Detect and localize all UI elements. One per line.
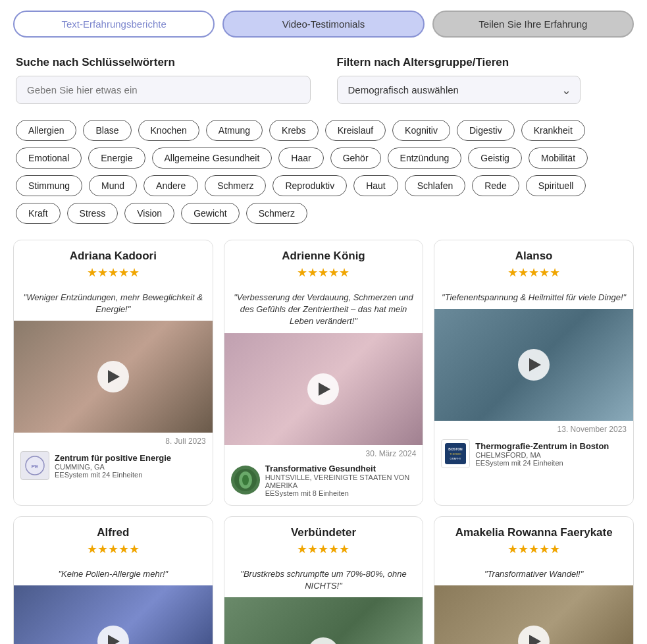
card-name: Alfred xyxy=(22,526,205,539)
card-quote: "Brustkrebs schrumpfte um 70%-80%, ohne … xyxy=(224,566,423,597)
card-video[interactable] xyxy=(434,309,633,421)
video-thumbnail xyxy=(14,321,213,433)
testimonial-card: Alfred ★★★★★ "Keine Pollen-Allergie mehr… xyxy=(13,516,213,644)
tag[interactable]: Krankheit xyxy=(521,120,585,141)
tag[interactable]: Rede xyxy=(472,175,519,196)
video-thumbnail xyxy=(14,585,213,644)
card-date: 30. März 2024 xyxy=(224,445,423,460)
play-button[interactable] xyxy=(97,626,129,644)
center-location: CHELMSFORD, MA xyxy=(475,451,627,459)
video-thumbnail xyxy=(434,585,633,644)
svg-text:GRAPHY: GRAPHY xyxy=(450,457,461,460)
center-logo: BOSTON THERMO GRAPHY xyxy=(441,439,470,468)
center-location: CUMMING, GA xyxy=(55,463,206,471)
tag[interactable]: Energie xyxy=(88,148,145,169)
tag[interactable]: Vision xyxy=(124,203,174,224)
demographic-select[interactable]: Demografisch auswählen xyxy=(337,76,581,104)
select-wrapper: Demografisch auswählen xyxy=(337,76,581,104)
testimonial-card: Adriana Kadoori ★★★★★ "Weniger Entzündun… xyxy=(13,240,213,506)
tag[interactable]: Entzündung xyxy=(388,148,462,169)
card-quote: "Weniger Entzündungen, mehr Beweglichkei… xyxy=(14,289,213,321)
center-name: Transformative Gesundheit xyxy=(265,464,417,473)
card-footer: Transformative Gesundheit HUNTSVILLE, VE… xyxy=(224,460,423,505)
tag[interactable]: Kognitiv xyxy=(392,120,450,141)
card-date: 8. Juli 2023 xyxy=(14,433,213,447)
card-video[interactable] xyxy=(224,333,423,445)
play-icon xyxy=(108,370,120,383)
center-logo xyxy=(231,466,260,495)
filter-label: Filtern nach Altersgruppe/Tieren xyxy=(337,56,632,69)
search-label: Suche nach Schlüsselwörtern xyxy=(16,56,311,69)
play-icon xyxy=(108,635,120,644)
tag[interactable]: Emotional xyxy=(16,148,82,169)
tag[interactable]: Knochen xyxy=(138,120,199,141)
tag[interactable]: Spirituell xyxy=(526,175,586,196)
card-header: Adrienne König ★★★★★ xyxy=(224,240,423,289)
center-info: Thermografie-Zentrum in Boston CHELMSFOR… xyxy=(475,441,627,467)
card-video[interactable] xyxy=(14,585,213,644)
svg-text:THERMO: THERMO xyxy=(450,452,461,456)
filter-row: Suche nach Schlüsselwörtern Filtern nach… xyxy=(16,56,631,104)
testimonial-card: Verbündeter ★★★★★ "Brustkrebs schrumpfte… xyxy=(224,516,424,644)
center-system: EESystem mit 24 Einheiten xyxy=(475,459,627,467)
card-name: Verbündeter xyxy=(232,526,415,539)
play-button[interactable] xyxy=(518,349,550,381)
center-info: Zentrum für positive Energie CUMMING, GA… xyxy=(55,453,206,479)
card-stars: ★★★★★ xyxy=(232,542,415,556)
card-name: Alanso xyxy=(442,250,625,263)
tag[interactable]: Stress xyxy=(67,203,118,224)
card-name: Adrienne König xyxy=(232,250,415,263)
card-footer: PE Zentrum für positive Energie CUMMING,… xyxy=(14,447,213,488)
tag[interactable]: Gehör xyxy=(330,148,381,169)
testimonial-card: Adrienne König ★★★★★ "Verbesserung der V… xyxy=(224,240,424,506)
tag[interactable]: Andere xyxy=(143,175,198,196)
center-info: Transformative Gesundheit HUNTSVILLE, VE… xyxy=(265,464,417,497)
tag[interactable]: Digestiv xyxy=(457,120,515,141)
card-stars: ★★★★★ xyxy=(22,265,205,280)
tab-text[interactable]: Text-Erfahrungsberichte xyxy=(13,11,215,38)
card-stars: ★★★★★ xyxy=(442,265,625,280)
center-system: EESystem mit 24 Einheiten xyxy=(55,471,206,479)
play-icon xyxy=(319,383,330,396)
play-button[interactable] xyxy=(518,626,550,644)
tag[interactable]: Schmerz xyxy=(246,203,307,224)
tag[interactable]: Schmerz xyxy=(205,175,266,196)
card-stars: ★★★★★ xyxy=(442,542,625,556)
tag[interactable]: Allgemeine Gesundheit xyxy=(152,148,272,169)
card-video[interactable] xyxy=(224,597,423,644)
tag[interactable]: Reproduktiv xyxy=(272,175,347,196)
tag[interactable]: Allergien xyxy=(16,120,76,141)
search-input[interactable] xyxy=(16,76,311,104)
tag[interactable]: Atmung xyxy=(206,120,263,141)
center-name: Thermografie-Zentrum in Boston xyxy=(475,441,627,451)
tab-video[interactable]: Video-Testimonials xyxy=(222,11,424,38)
tag[interactable]: Kraft xyxy=(16,203,61,224)
tab-bar: Text-Erfahrungsberichte Video-Testimonia… xyxy=(0,0,647,48)
tag[interactable]: Schlafen xyxy=(405,175,465,196)
play-button[interactable] xyxy=(307,637,339,644)
card-footer: BOSTON THERMO GRAPHY Thermografie-Zentru… xyxy=(434,435,633,476)
play-button[interactable] xyxy=(97,361,129,392)
card-video[interactable] xyxy=(434,585,633,644)
tag[interactable]: Mobilität xyxy=(529,148,588,169)
card-quote: "Verbesserung der Verdauung, Schmerzen u… xyxy=(224,289,423,333)
card-header: Amakelia Rowanna Faerykate ★★★★★ xyxy=(434,517,633,566)
testimonial-card: Amakelia Rowanna Faerykate ★★★★★ "Transf… xyxy=(434,516,634,644)
play-button[interactable] xyxy=(307,373,339,405)
search-group: Suche nach Schlüsselwörtern xyxy=(16,56,311,104)
card-header: Alanso ★★★★★ xyxy=(434,240,633,289)
tag[interactable]: Haut xyxy=(353,175,398,196)
tag[interactable]: Stimmung xyxy=(16,175,82,196)
tag[interactable]: Haar xyxy=(278,148,323,169)
tag[interactable]: Geistig xyxy=(468,148,522,169)
card-quote: "Keine Pollen-Allergie mehr!" xyxy=(14,566,213,585)
tag[interactable]: Gewicht xyxy=(181,203,240,224)
card-stars: ★★★★★ xyxy=(22,542,205,556)
tag[interactable]: Mund xyxy=(89,175,137,196)
svg-text:PE: PE xyxy=(32,464,39,470)
tag[interactable]: Krebs xyxy=(269,120,319,141)
tab-share[interactable]: Teilen Sie Ihre Erfahrung xyxy=(432,11,634,38)
tag[interactable]: Kreislauf xyxy=(325,120,386,141)
tag[interactable]: Blase xyxy=(83,120,131,141)
card-video[interactable] xyxy=(14,321,213,433)
